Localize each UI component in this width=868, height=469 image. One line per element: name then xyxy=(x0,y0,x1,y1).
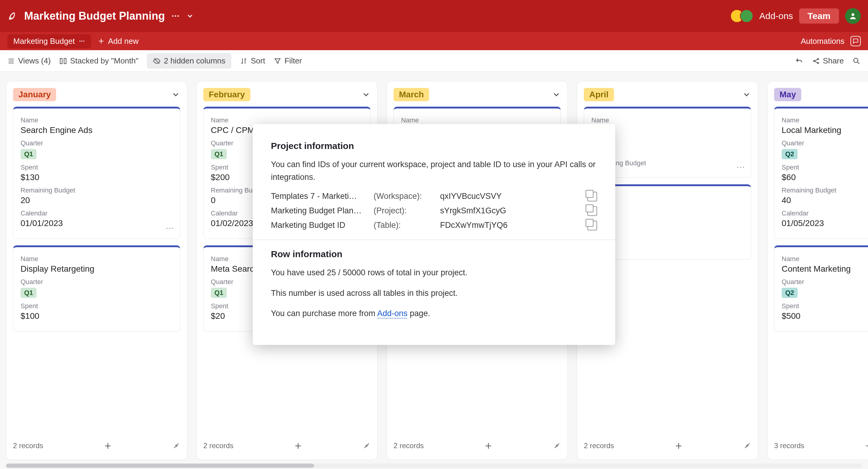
row-info-pre: You can purchase more from xyxy=(271,309,377,318)
project-info-description: You can find IDs of your current workspa… xyxy=(271,158,597,184)
id-row-type: (Project): xyxy=(374,206,440,216)
id-row-type: (Workspace): xyxy=(374,192,440,201)
addons-link-inline[interactable]: Add-ons xyxy=(377,309,408,319)
id-row-type: (Table): xyxy=(374,221,440,230)
row-info-purchase: You can purchase more from Add-ons page. xyxy=(271,307,597,320)
id-row-value: sYrgkSmfX1GcyG xyxy=(440,206,579,216)
id-row-name: Templates 7 - Marketi… xyxy=(271,192,374,201)
row-info-usage: You have used 25 / 50000 rows of total i… xyxy=(271,267,597,279)
project-info-heading: Project information xyxy=(271,141,597,151)
id-row: Templates 7 - Marketi… (Workspace): qxIY… xyxy=(271,192,597,201)
row-info-note: This number is used across all tables in… xyxy=(271,287,597,300)
row-info-heading: Row information xyxy=(271,249,597,259)
copy-id-button[interactable] xyxy=(587,192,597,201)
id-row-value: FDcXwYmwTjYQ6 xyxy=(440,221,579,230)
id-row: Marketing Budget Plan… (Project): sYrgkS… xyxy=(271,206,597,216)
row-info-post: page. xyxy=(407,309,430,318)
id-row-name: Marketing Budget Plan… xyxy=(271,206,374,216)
id-row-name: Marketing Budget ID xyxy=(271,221,374,230)
copy-id-button[interactable] xyxy=(587,221,597,230)
id-row: Marketing Budget ID (Table): FDcXwYmwTjY… xyxy=(271,221,597,230)
modal-divider xyxy=(253,239,615,240)
id-row-value: qxIYVBcucVSVY xyxy=(440,192,579,201)
project-info-modal: Project information You can find IDs of … xyxy=(253,124,615,345)
copy-id-button[interactable] xyxy=(587,206,597,216)
